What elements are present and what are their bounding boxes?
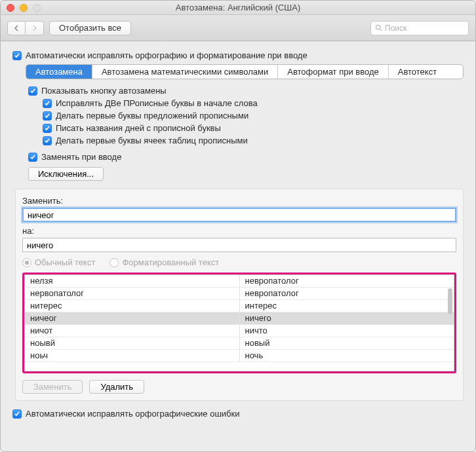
checkbox-icon: [28, 86, 37, 96]
table-cell-from: ноывй: [25, 337, 240, 349]
table-row[interactable]: нелзяневропатолог: [25, 275, 454, 288]
show-autocorrect-button-check[interactable]: Показывать кнопку автозамены: [28, 86, 464, 96]
replacement-table-highlight: нелзяневропатологнервопатологневропатоло…: [22, 273, 456, 373]
table-row[interactable]: ноывйновый: [25, 337, 454, 350]
radio-icon: [22, 258, 31, 267]
radio-label: Обычный текст: [35, 257, 95, 267]
table-cell-from: ноьч: [25, 350, 240, 362]
capitalize-cells-check[interactable]: Делать первые буквы ячеек таблиц прописн…: [43, 136, 464, 145]
with-label: на:: [22, 226, 456, 236]
replacement-table[interactable]: нелзяневропатологнервопатологневропатоло…: [24, 274, 454, 371]
checkbox-icon: [43, 124, 52, 133]
table-row[interactable]: ноьчночь: [25, 350, 454, 362]
delete-button[interactable]: Удалить: [89, 380, 144, 394]
option-label: Исправлять ДВе ПРописные буквы в начале …: [56, 98, 258, 108]
option-label: Заменять при вводе: [41, 152, 121, 162]
formatted-text-radio: Форматированный текст: [109, 257, 219, 267]
table-cell-from: ничот: [25, 325, 240, 337]
table-cell-to: новый: [240, 337, 454, 349]
auto-correct-formatting-label: Автоматически исправлять орфографию и фо…: [26, 50, 307, 60]
checkbox-icon: [43, 136, 52, 145]
search-placeholder: Поиск: [385, 24, 407, 33]
checkbox-icon: [12, 51, 22, 60]
table-scrollbar[interactable]: [448, 288, 452, 314]
exceptions-button[interactable]: Исключения...: [28, 167, 104, 181]
table-row[interactable]: нервопатологневропатолог: [25, 288, 454, 300]
svg-point-0: [376, 25, 380, 29]
replace-on-type-check[interactable]: Заменять при вводе: [28, 152, 464, 162]
capitalize-sentences-check[interactable]: Делать первые буквы предложений прописны…: [43, 111, 464, 121]
option-label: Показывать кнопку автозамены: [41, 86, 167, 96]
forward-button[interactable]: [26, 21, 44, 35]
search-icon: [375, 24, 382, 31]
table-cell-to: ничего: [240, 312, 454, 324]
option-label: Делать первые буквы ячеек таблиц прописн…: [56, 136, 248, 145]
back-button[interactable]: [7, 21, 26, 35]
table-row[interactable]: нитересинтерес: [25, 300, 454, 312]
radio-label: Форматированный текст: [122, 257, 219, 267]
checkbox-icon: [28, 153, 37, 162]
tab-math[interactable]: Автозамена математическими символами: [92, 65, 278, 79]
table-cell-to: интерес: [240, 300, 454, 312]
show-all-button[interactable]: Отобразить все: [49, 21, 131, 35]
window-title: Автозамена: Английский (США): [1, 3, 475, 12]
replace-label: Заменить:: [22, 196, 456, 206]
chevron-right-icon: [32, 25, 37, 31]
tab-autotext[interactable]: Автотекст: [389, 65, 446, 79]
table-cell-from: нелзя: [25, 275, 240, 287]
replace-form: Заменить: на: Обычный текст Форматирован…: [15, 189, 464, 401]
auto-spellcheck-label: Автоматически исправлять орфографические…: [26, 409, 239, 419]
titlebar: Автозамена: Английский (США): [1, 1, 475, 15]
auto-spellcheck-check[interactable]: Автоматически исправлять орфографические…: [12, 409, 464, 419]
table-cell-from: нитерес: [25, 300, 240, 312]
option-label: Делать первые буквы предложений прописны…: [56, 111, 248, 121]
checkbox-icon: [43, 99, 52, 108]
table-row[interactable]: ничотничто: [25, 325, 454, 337]
replace-input[interactable]: [22, 208, 456, 222]
two-initial-caps-check[interactable]: Исправлять ДВе ПРописные буквы в начале …: [43, 98, 464, 108]
checkbox-icon: [12, 409, 22, 419]
table-cell-from: ничеог: [25, 312, 240, 324]
table-cell-to: ничто: [240, 325, 454, 337]
table-cell-to: невропатолог: [240, 288, 454, 299]
minimize-window-button[interactable]: [20, 4, 28, 12]
toolbar: Отобразить все Поиск: [1, 15, 475, 41]
option-label: Писать названия дней с прописной буквы: [56, 123, 221, 133]
table-row[interactable]: ничеогничего: [25, 312, 454, 325]
tab-bar: Автозамена Автозамена математическими си…: [26, 64, 464, 79]
table-cell-to: невропатолог: [240, 275, 454, 287]
plain-text-radio: Обычный текст: [22, 257, 95, 267]
tab-autocorrect[interactable]: Автозамена: [26, 65, 92, 79]
svg-line-1: [380, 29, 382, 31]
with-input[interactable]: [22, 238, 456, 252]
table-cell-from: нервопатолог: [25, 288, 240, 299]
replace-button: Заменить: [22, 380, 83, 394]
checkbox-icon: [43, 111, 52, 121]
search-input[interactable]: Поиск: [370, 21, 469, 35]
close-window-button[interactable]: [7, 4, 14, 12]
chevron-left-icon: [14, 25, 19, 31]
auto-correct-formatting-check[interactable]: Автоматически исправлять орфографию и фо…: [12, 50, 464, 60]
tab-autoformat[interactable]: Автоформат при вводе: [278, 65, 389, 79]
zoom-window-button: [33, 4, 41, 12]
capitalize-days-check[interactable]: Писать названия дней с прописной буквы: [43, 123, 464, 133]
table-cell-to: ночь: [240, 350, 454, 362]
radio-icon: [109, 258, 119, 267]
